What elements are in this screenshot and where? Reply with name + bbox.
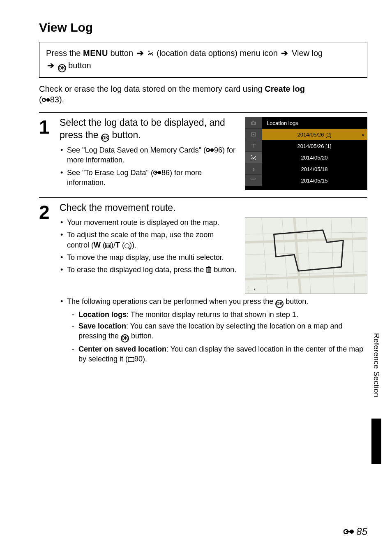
svg-rect-39 — [346, 531, 352, 532]
nav-text: View log — [289, 49, 323, 58]
map-route — [245, 218, 367, 294]
step-2-bullet: To erase the displayed log data, press t… — [60, 265, 238, 275]
bullet-text: To erase the displayed log data, press t… — [67, 266, 206, 274]
nav-text: (location data options) menu icon — [157, 49, 280, 58]
svg-rect-27 — [208, 266, 210, 267]
svg-rect-4 — [44, 99, 48, 100]
step-number: 1 — [39, 118, 60, 137]
bullet-text: The following operations can be performe… — [67, 297, 275, 305]
svg-point-19 — [255, 158, 256, 160]
step-2-bullet: To adjust the scale of the map, use the … — [60, 230, 238, 250]
blank-tab — [245, 175, 262, 186]
navigation-path-box: Press the MENU button ➔ (location data o… — [39, 42, 367, 78]
step-1-bullet: See "Log Data Saved on Memory Cards" (96… — [60, 145, 238, 165]
step-1-heading: Select the log data to be displayed, and… — [60, 117, 238, 142]
intro-ref-num: 83 — [50, 95, 59, 104]
location-logs-screenshot: Location logs 2014/05/26 [2] 2014/05/26 … — [245, 117, 367, 190]
trash-icon — [206, 266, 212, 275]
svg-rect-26 — [206, 267, 211, 268]
camera-tab-icon — [245, 117, 262, 129]
svg-marker-15 — [253, 134, 255, 135]
sub-text: : The monitor display returns to that sh… — [127, 310, 298, 319]
svg-point-1 — [152, 54, 153, 56]
svg-rect-28 — [245, 218, 367, 294]
bullet-text: button. — [284, 297, 308, 305]
zoom-t-label: T — [115, 241, 120, 249]
magnifier-icon — [125, 243, 129, 248]
intro-text: ( — [39, 95, 42, 104]
sub-bullet: Center on saved location: You can displa… — [71, 344, 367, 366]
cross-ref-icon — [42, 96, 50, 103]
svg-point-0 — [148, 51, 150, 52]
battery-icon — [248, 288, 254, 291]
sub-text: ). — [143, 355, 147, 363]
zoom-w-label: W — [94, 241, 101, 249]
section-tab-label: Reference Section — [372, 333, 380, 398]
arrow-icon: ➔ — [47, 60, 54, 72]
ok-button-icon: OK — [121, 334, 129, 342]
step-2-heading: Check the movement route. — [60, 202, 367, 214]
svg-rect-10 — [155, 172, 159, 173]
bullet-text: button. — [212, 266, 236, 274]
log-item: 2014/05/15 — [262, 175, 367, 186]
svg-point-17 — [253, 143, 254, 145]
section-tab-bar — [371, 419, 381, 464]
intro-text: Check or erase the log data stored on th… — [39, 84, 265, 93]
map-screenshot: 500m — [245, 217, 367, 294]
bullet-text: See "To Erase Log Data" ( — [67, 169, 153, 177]
cross-ref-icon — [153, 169, 161, 176]
step-1-bullet: See "To Erase Log Data" (86) for more in… — [60, 168, 238, 188]
ok-button-icon: OK — [58, 64, 66, 72]
page-title: View Log — [39, 21, 367, 35]
arrow-icon: ➔ — [281, 47, 288, 59]
ok-button-icon: OK — [101, 134, 109, 142]
svg-rect-21 — [256, 178, 256, 180]
nav-text: Press the — [46, 49, 83, 58]
ref-num: 86 — [161, 169, 170, 177]
log-item: 2014/05/26 [1] — [262, 140, 367, 152]
step-2-bullet: Your movement route is displayed on the … — [60, 217, 238, 227]
step-2-bullet: To move the map display, use the multi s… — [60, 252, 238, 262]
sub-bold: Center on saved location — [78, 345, 166, 353]
setup-tab-icon — [245, 163, 262, 175]
sub-bullet: Location logs: The monitor display retur… — [71, 310, 367, 319]
sub-text: button. — [129, 332, 154, 340]
intro-text: ). — [59, 95, 64, 104]
page-number: 85 — [343, 526, 367, 537]
sub-bullet: Save location: You can save the location… — [71, 321, 367, 342]
ok-button-icon: OK — [275, 300, 284, 308]
step-number: 2 — [39, 203, 60, 222]
sub-bold: Save location — [78, 322, 126, 330]
svg-rect-7 — [208, 150, 212, 150]
step-2-bullet: The following operations can be performe… — [60, 296, 367, 365]
step-1: 1 Select the log data to be displayed, a… — [39, 113, 367, 190]
page-ref-icon — [343, 528, 355, 535]
bullet-text: See "Log Data Saved on Memory Cards" ( — [67, 146, 206, 154]
bullet-text: To adjust the scale of the map, use the … — [67, 231, 214, 249]
intro-create-log: Create log — [265, 84, 305, 93]
location-tab-icon — [245, 152, 262, 163]
log-item: 2014/05/26 [2] — [262, 129, 367, 140]
step-2: 2 Check the movement route. Your movemen… — [39, 198, 367, 368]
intro-paragraph: Check or erase the log data stored on th… — [39, 83, 367, 105]
cross-ref-icon — [206, 146, 214, 154]
page-number-value: 85 — [356, 526, 367, 537]
nav-text: button — [66, 61, 91, 70]
svg-point-18 — [251, 155, 252, 156]
logs-header: Location logs — [262, 117, 367, 129]
svg-point-12 — [252, 122, 254, 124]
ref-num: 96 — [214, 146, 222, 154]
ref-num: 90 — [134, 355, 143, 363]
location-data-icon — [147, 50, 157, 58]
arrow-icon: ➔ — [137, 47, 144, 59]
step-head-text: button. — [109, 130, 141, 140]
svg-rect-13 — [252, 120, 254, 122]
log-item: 2014/05/20 — [262, 152, 367, 163]
sub-bold: Location logs — [78, 310, 127, 319]
log-item: 2014/05/18 — [262, 163, 367, 175]
nav-text: button — [108, 49, 136, 58]
step-head-text: Select the log data to be displayed, and… — [60, 117, 225, 140]
menu-button-label: MENU — [83, 49, 108, 58]
svg-rect-20 — [251, 178, 255, 180]
manual-ref-icon — [128, 355, 134, 365]
